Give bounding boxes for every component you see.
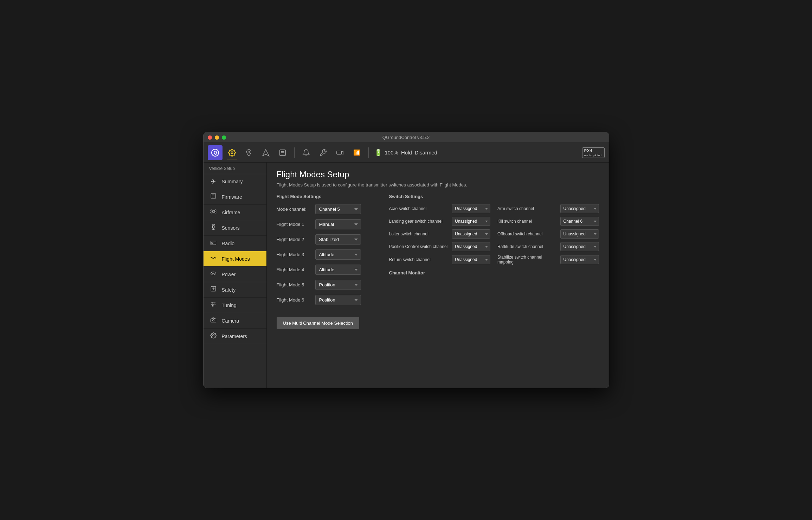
home-icon[interactable]: Q (208, 145, 223, 160)
svg-point-17 (215, 212, 216, 213)
position-control-switch-row: Position Control switch channel Unassign… (389, 242, 491, 251)
sidebar-item-tuning[interactable]: Tuning (204, 298, 266, 313)
svg-line-18 (212, 210, 212, 211)
svg-point-13 (212, 210, 214, 213)
loiter-switch-label: Loiter switch channel (389, 232, 449, 236)
sidebar-item-parameters[interactable]: Parameters (204, 329, 266, 344)
fly-icon[interactable] (258, 145, 273, 160)
svg-point-22 (212, 226, 214, 228)
close-button[interactable] (208, 135, 212, 140)
armed-status: Disarmed (415, 150, 437, 156)
video-icon[interactable] (333, 145, 347, 160)
kill-switch-label: Kill switch channel (497, 219, 558, 224)
status-area: 🔋 100% Hold Disarmed (374, 149, 437, 157)
position-control-switch-select[interactable]: Unassigned Channel 1 Channel 6 (452, 242, 490, 251)
flight-mode-2-row: Flight Mode 2 Stabilized Manual Altitude… (277, 234, 375, 245)
sidebar-item-summary[interactable]: ✈ Summary (204, 174, 266, 189)
flight-mode-6-select[interactable]: Position Manual Stabilized Altitude (315, 295, 361, 305)
arm-switch-select[interactable]: Unassigned Channel 1 Channel 2 Channel 3… (560, 204, 599, 213)
offboard-switch-select[interactable]: Unassigned Channel 1 Channel 6 (560, 229, 599, 239)
flight-mode-settings-label: Flight Mode Settings (277, 194, 375, 199)
arm-switch-label: Arm switch channel (497, 206, 558, 211)
settings-icon[interactable] (225, 145, 239, 160)
minimize-button[interactable] (215, 135, 219, 140)
multi-channel-button[interactable]: Use Multi Channel Mode Selection (277, 317, 359, 329)
arm-switch-row: Arm switch channel Unassigned Channel 1 … (497, 204, 599, 213)
mode-channel-select[interactable]: Channel 5 Channel 1 Channel 2 Channel 3 … (315, 204, 361, 214)
kill-switch-select[interactable]: Channel 6 Unassigned Channel 1 Channel 2… (560, 217, 599, 226)
landing-gear-switch-select[interactable]: Unassigned Channel 1 Channel 6 (452, 217, 490, 226)
app-window: QGroundControl v3.5.2 Q (203, 132, 609, 388)
flight-mode-2-select[interactable]: Stabilized Manual Altitude Position (315, 234, 361, 245)
flight-mode-4-select[interactable]: Altitude Manual Stabilized Position (315, 265, 361, 275)
flight-mode-3-select[interactable]: Altitude Manual Stabilized Position (315, 249, 361, 260)
sidebar: Vehicle Setup ✈ Summary Firmware (204, 163, 267, 388)
sidebar-item-power[interactable]: Power (204, 267, 266, 282)
svg-point-3 (248, 151, 250, 153)
main-content: Vehicle Setup ✈ Summary Firmware (204, 163, 609, 388)
svg-point-40 (212, 335, 214, 336)
flight-mode-6-label: Flight Mode 6 (277, 297, 312, 303)
switch-settings-label: Switch Settings (389, 194, 599, 199)
sidebar-label-radio: Radio (222, 241, 235, 246)
rattitude-switch-select[interactable]: Unassigned Channel 1 Channel 6 (560, 242, 599, 251)
battery-percent: 100% (385, 150, 398, 156)
svg-point-2 (231, 152, 233, 154)
flight-mode-1-row: Flight Mode 1 Manual Stabilized Altitude… (277, 219, 375, 229)
firmware-icon (209, 193, 218, 201)
sensors-icon (209, 224, 218, 232)
camera-icon (209, 317, 218, 325)
sidebar-item-camera[interactable]: Camera (204, 313, 266, 329)
wrench-icon[interactable] (316, 145, 330, 160)
flight-mode-5-select[interactable]: Position Manual Stabilized Altitude (315, 280, 361, 290)
stabilize-switch-label: Stabilize switch channel mapping (497, 255, 558, 265)
signal-icon[interactable]: 📶 (349, 145, 364, 160)
sidebar-item-firmware[interactable]: Firmware (204, 189, 266, 205)
window-title: QGroundControl v3.5.2 (382, 135, 430, 140)
flight-mode-2-label: Flight Mode 2 (277, 237, 312, 242)
svg-point-24 (211, 242, 213, 244)
return-switch-select[interactable]: Unassigned Channel 1 Channel 6 (452, 255, 490, 264)
loiter-switch-select[interactable]: Unassigned Channel 1 Channel 6 (452, 229, 490, 239)
flight-mode-settings-col: Flight Mode Settings Mode channel: Chann… (277, 194, 375, 329)
vehicle-icon[interactable] (241, 145, 256, 160)
channel-monitor-label: Channel Monitor (389, 270, 599, 275)
page-description: Flight Modes Setup is used to configure … (277, 182, 599, 188)
flight-mode-3-row: Flight Mode 3 Altitude Manual Stabilized… (277, 249, 375, 260)
flight-mode-1-label: Flight Mode 1 (277, 222, 312, 227)
log-icon[interactable] (275, 145, 290, 160)
rattitude-switch-row: Rattitude switch channel Unassigned Chan… (497, 242, 599, 251)
airframe-icon (209, 208, 218, 216)
sidebar-item-flight-modes[interactable]: Flight Modes (204, 251, 266, 267)
notification-icon[interactable] (299, 145, 314, 160)
stabilize-switch-select[interactable]: Unassigned Channel 1 Channel 6 (560, 255, 599, 264)
summary-icon: ✈ (209, 178, 218, 185)
flight-mode-1-select[interactable]: Manual Stabilized Altitude Position (315, 219, 361, 229)
sidebar-item-sensors[interactable]: Sensors (204, 220, 266, 236)
svg-line-20 (212, 212, 212, 213)
switch-row-1: Acro switch channel Unassigned Channel 1… (389, 204, 599, 213)
sidebar-item-airframe[interactable]: Airframe (204, 205, 266, 220)
flight-mode-4-label: Flight Mode 4 (277, 267, 312, 272)
svg-rect-38 (211, 319, 216, 322)
maximize-button[interactable] (222, 135, 226, 140)
svg-point-37 (212, 305, 213, 306)
px4-logo: PX4autopilot (582, 147, 605, 158)
sidebar-label-power: Power (222, 272, 236, 277)
landing-gear-switch-row: Landing gear switch channel Unassigned C… (389, 217, 491, 226)
parameters-icon (209, 332, 218, 340)
offboard-switch-row: Offboard switch channel Unassigned Chann… (497, 229, 599, 239)
svg-point-35 (212, 302, 213, 303)
content-area: Flight Modes Setup Flight Modes Setup is… (267, 163, 609, 388)
svg-line-19 (214, 210, 215, 211)
sidebar-label-summary: Summary (222, 179, 243, 184)
sidebar-item-safety[interactable]: Safety (204, 282, 266, 298)
toolbar-separator-2 (368, 147, 369, 158)
sidebar-item-radio[interactable]: Radio (204, 236, 266, 251)
acro-switch-select[interactable]: Unassigned Channel 1 Channel 2 Channel 3… (452, 204, 490, 213)
rattitude-switch-label: Rattitude switch channel (497, 244, 558, 249)
svg-point-39 (212, 319, 214, 321)
switch-row-2: Landing gear switch channel Unassigned C… (389, 217, 599, 226)
sidebar-label-firmware: Firmware (222, 194, 242, 200)
landing-gear-switch-label: Landing gear switch channel (389, 219, 449, 224)
